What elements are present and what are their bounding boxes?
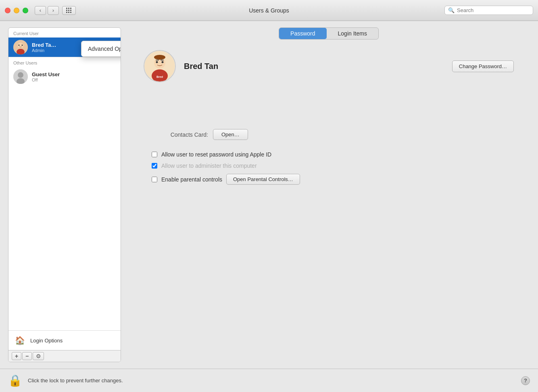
avatar-bred-tan xyxy=(13,40,28,54)
tab-password[interactable]: Password xyxy=(279,28,326,39)
checkbox-row-parental-controls: Enable parental controls Open Parental C… xyxy=(152,174,506,185)
traffic-lights xyxy=(5,8,28,13)
checkboxes-area: Allow user to reset password using Apple… xyxy=(127,146,530,190)
checkbox-reset-password[interactable] xyxy=(152,152,157,157)
window-title: Users & Groups xyxy=(249,7,289,14)
change-password-button[interactable]: Change Password… xyxy=(452,60,514,72)
svg-rect-13 xyxy=(156,60,159,60)
context-menu-advanced-options[interactable]: Advanced Options… xyxy=(81,43,121,55)
user-role-bred-tan: Admin xyxy=(32,48,56,53)
current-user-section-header: Current User xyxy=(8,28,121,38)
home-icon: 🏠 xyxy=(13,334,26,347)
svg-point-6 xyxy=(18,72,23,78)
minimize-button[interactable] xyxy=(14,8,19,13)
checkbox-parental-controls[interactable] xyxy=(152,177,157,182)
other-users-section-header: Other Users xyxy=(8,57,121,67)
tab-login-items[interactable]: Login Items xyxy=(327,28,378,39)
detail-avatar-svg: Bred xyxy=(144,51,175,81)
add-user-button[interactable]: + xyxy=(12,352,21,360)
user-info-guest: Guest User Off xyxy=(32,71,60,82)
remove-user-button[interactable]: − xyxy=(22,352,32,360)
context-menu: Advanced Options… xyxy=(81,41,121,57)
user-detail-header: Bred Bred Tan Change Password… xyxy=(127,46,530,82)
bottom-bar: 🔒 Click the lock to prevent further chan… xyxy=(0,369,538,392)
nav-buttons: ‹ › xyxy=(35,6,59,15)
grid-dots-icon xyxy=(66,8,72,13)
user-detail-avatar: Bred xyxy=(144,50,176,82)
login-options-row[interactable]: 🏠 Login Options xyxy=(8,330,121,350)
search-input[interactable] xyxy=(457,7,530,13)
checkbox-label-administer: Allow user to administer this computer xyxy=(161,163,257,169)
svg-point-12 xyxy=(162,61,164,63)
open-contacts-card-button[interactable]: Open… xyxy=(213,129,248,140)
checkbox-row-administer: Allow user to administer this computer xyxy=(152,163,506,169)
svg-point-15 xyxy=(154,55,165,60)
avatar-guest-user xyxy=(13,69,28,84)
login-options-label: Login Options xyxy=(30,338,63,344)
bred-tan-avatar-svg xyxy=(13,40,28,54)
gear-button[interactable]: ⚙ xyxy=(33,352,44,360)
lock-icon[interactable]: 🔒 xyxy=(8,374,22,387)
sidebar: Current User Bred Ta… Admin xyxy=(8,27,121,362)
guest-user-avatar-svg xyxy=(13,69,28,84)
svg-text:Bred: Bred xyxy=(156,75,163,78)
sidebar-item-guest-user[interactable]: Guest User Off xyxy=(8,67,121,86)
checkbox-label-reset-password: Allow user to reset password using Apple… xyxy=(161,151,271,158)
user-role-guest: Off xyxy=(32,77,60,82)
sidebar-list: Current User Bred Ta… Admin xyxy=(8,28,121,330)
tabs-row: Password Login Items xyxy=(127,27,530,40)
maximize-button[interactable] xyxy=(23,8,28,13)
svg-point-11 xyxy=(156,61,158,63)
main-content: Current User Bred Ta… Admin xyxy=(0,21,538,369)
forward-button[interactable]: › xyxy=(48,6,59,15)
user-info-bred-tan: Bred Ta… Admin xyxy=(32,42,56,53)
svg-point-4 xyxy=(22,45,23,46)
search-icon: 🔍 xyxy=(448,7,455,13)
sidebar-item-bred-tan[interactable]: Bred Ta… Admin Advanced Options… xyxy=(8,38,121,57)
titlebar: ‹ › Users & Groups 🔍 xyxy=(0,0,538,21)
contacts-card-label: Contacts Card: xyxy=(160,131,208,138)
user-detail-name: Bred Tan xyxy=(184,62,218,71)
lock-text: Click the lock to prevent further change… xyxy=(28,377,123,384)
close-button[interactable] xyxy=(5,8,10,13)
checkbox-label-parental-controls: Enable parental controls xyxy=(161,176,222,183)
checkbox-row-reset-password: Allow user to reset password using Apple… xyxy=(152,151,506,158)
svg-rect-14 xyxy=(161,60,164,60)
tab-group: Password Login Items xyxy=(279,27,379,40)
right-panel: Password Login Items xyxy=(127,27,530,362)
open-parental-controls-button[interactable]: Open Parental Controls… xyxy=(226,174,300,185)
checkbox-administer[interactable] xyxy=(152,163,157,169)
contacts-card-row: Contacts Card: Open… xyxy=(127,89,530,140)
user-name-bred-tan: Bred Ta… xyxy=(32,42,56,48)
search-box[interactable]: 🔍 xyxy=(444,6,533,15)
grid-view-button[interactable] xyxy=(62,6,76,15)
back-button[interactable]: ‹ xyxy=(35,6,46,15)
sidebar-toolbar: + − ⚙ xyxy=(8,350,121,362)
user-name-guest: Guest User xyxy=(32,71,60,77)
help-button[interactable]: ? xyxy=(521,376,530,385)
svg-point-3 xyxy=(19,45,20,46)
